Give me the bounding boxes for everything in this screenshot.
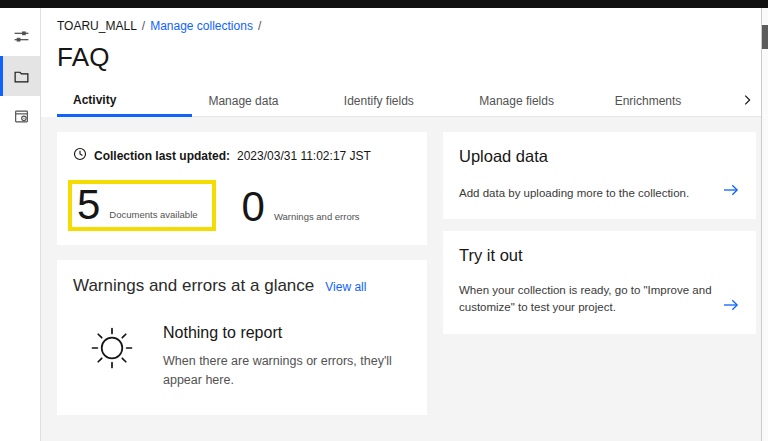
empty-state-title: Nothing to report xyxy=(163,324,411,342)
content-area: Collection last updated: 2023/03/31 11:0… xyxy=(41,117,768,441)
tab-identify-fields[interactable]: Identify fields xyxy=(328,86,463,117)
try-it-out-card[interactable]: Try it out When your collection is ready… xyxy=(443,231,756,334)
page-header: TOARU_MALL/Manage collections/ FAQ Activ… xyxy=(41,8,768,117)
sidebar-item-settings-adjust[interactable] xyxy=(0,16,40,56)
arrow-right-icon xyxy=(722,183,740,201)
chevron-right-icon xyxy=(740,93,754,111)
upload-data-card[interactable]: Upload data Add data by uploading more t… xyxy=(443,132,756,219)
collection-status-card: Collection last updated: 2023/03/31 11:0… xyxy=(57,132,427,245)
warnings-glance-card: Warnings and errors at a glance View all xyxy=(57,260,427,415)
sidebar-item-folder-details[interactable] xyxy=(0,96,40,136)
upload-data-title: Upload data xyxy=(459,147,740,166)
tab-manage-fields[interactable]: Manage fields xyxy=(463,86,598,117)
breadcrumb-link-manage-collections[interactable]: Manage collections xyxy=(150,19,253,33)
breadcrumb: TOARU_MALL/Manage collections/ xyxy=(57,19,768,33)
page-title: FAQ xyxy=(57,42,768,73)
last-updated-label: Collection last updated: xyxy=(94,149,230,163)
try-it-out-description: When your collection is ready, go to "Im… xyxy=(459,282,712,317)
clock-icon xyxy=(73,147,87,164)
vertical-scrollbar[interactable] xyxy=(761,8,768,441)
folder-details-icon xyxy=(13,108,30,125)
settings-adjust-icon xyxy=(13,28,30,45)
sidebar-item-manage-collections[interactable] xyxy=(0,56,40,96)
breadcrumb-project[interactable]: TOARU_MALL xyxy=(57,19,137,33)
metric-documents-available-highlight-box: 5 Documents available xyxy=(68,180,216,231)
sun-icon xyxy=(86,322,138,391)
upload-data-arrow-button[interactable] xyxy=(722,183,740,202)
top-black-bar xyxy=(0,0,768,8)
tabs-overflow-button[interactable] xyxy=(734,86,760,117)
documents-available-label: Documents available xyxy=(109,209,197,224)
tab-bar: Activity Manage data Identify fields Man… xyxy=(57,86,768,117)
tab-manage-data[interactable]: Manage data xyxy=(192,86,327,117)
upload-data-description: Add data by uploading more to the collec… xyxy=(459,185,689,202)
try-it-out-arrow-button[interactable] xyxy=(722,298,740,317)
metric-warnings-errors: 0 Warnings and errors xyxy=(242,184,360,231)
view-all-link[interactable]: View all xyxy=(325,280,366,294)
documents-available-count: 5 xyxy=(77,187,100,224)
glance-title: Warnings and errors at a glance xyxy=(73,276,314,296)
breadcrumb-separator: / xyxy=(258,19,261,33)
left-nav-sidebar xyxy=(0,8,41,441)
tab-activity[interactable]: Activity xyxy=(57,86,192,117)
warnings-errors-label: Warnings and errors xyxy=(274,211,360,226)
warnings-errors-count: 0 xyxy=(242,189,265,226)
breadcrumb-separator: / xyxy=(142,19,145,33)
last-updated-value: 2023/03/31 11:02:17 JST xyxy=(237,149,371,163)
arrow-right-icon xyxy=(722,298,740,316)
try-it-out-title: Try it out xyxy=(459,246,740,265)
empty-state-body: When there are warnings or errors, they'… xyxy=(163,352,411,391)
scrollbar-thumb[interactable] xyxy=(762,25,768,49)
folder-icon xyxy=(13,68,30,85)
tab-enrichments[interactable]: Enrichments xyxy=(599,86,734,117)
